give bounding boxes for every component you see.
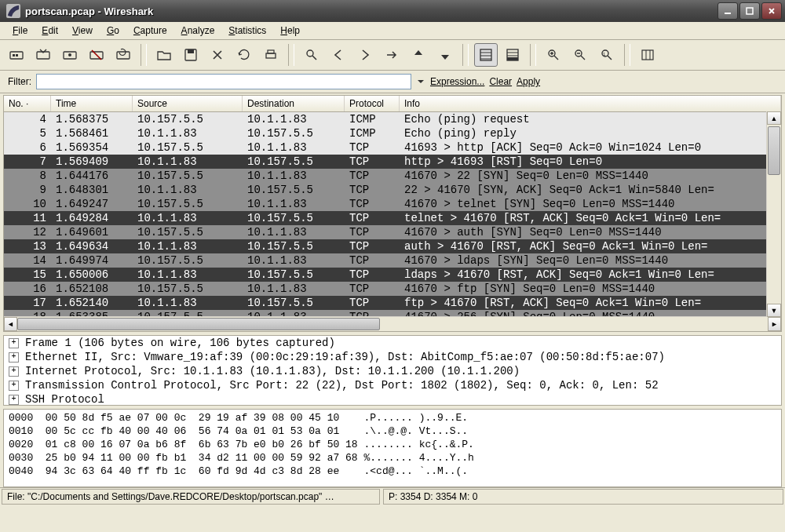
packet-row[interactable]: 71.56940910.1.1.8310.157.5.5TCPhttp > 41…	[4, 155, 781, 169]
packet-row[interactable]: 121.64960110.157.5.510.1.1.83TCP41670 > …	[4, 225, 781, 239]
statusbar: File: "C:/Documents and Settings/Dave.RE…	[0, 487, 785, 505]
detail-line[interactable]: +Ethernet II, Src: Vmware_19:af:39 (00:0…	[4, 350, 781, 364]
app-window: portscan.pcap - Wireshark File Edit View…	[0, 0, 785, 532]
packet-row[interactable]: 181.65338510.157.5.510.1.1.83TCP41670 > …	[4, 310, 781, 316]
detail-line[interactable]: +Frame 1 (106 bytes on wire, 106 bytes c…	[4, 336, 781, 350]
svg-point-14	[307, 50, 313, 56]
interfaces-button[interactable]	[5, 43, 28, 67]
packet-row[interactable]: 151.65000610.1.1.8310.157.5.5TCPldaps > …	[4, 268, 781, 282]
packet-bytes-pane[interactable]: 0000 00 50 8d f5 ae 07 00 0c 29 19 af 39…	[3, 409, 782, 487]
svg-rect-4	[16, 54, 18, 56]
expression-button[interactable]: Expression...	[430, 76, 484, 87]
apply-button[interactable]: Apply	[517, 76, 540, 87]
zoom-100-button[interactable]: 1	[595, 43, 619, 67]
capture-options-button[interactable]	[31, 43, 55, 67]
zoom-in-button[interactable]	[542, 43, 565, 67]
col-header-no[interactable]: No. ·	[4, 96, 51, 111]
menu-edit[interactable]: Edit	[35, 24, 64, 38]
close-button[interactable]	[761, 2, 782, 20]
vertical-scrollbar[interactable]: ▲ ▼	[766, 111, 781, 317]
expand-icon[interactable]: +	[9, 366, 19, 377]
menu-statistics[interactable]: Statistics	[222, 24, 272, 38]
scroll-thumb[interactable]	[768, 126, 780, 175]
go-first-button[interactable]	[407, 43, 430, 67]
reload-button[interactable]	[232, 43, 256, 67]
menu-file[interactable]: File	[6, 24, 34, 38]
filter-label: Filter:	[8, 76, 31, 87]
svg-rect-0	[725, 13, 731, 14]
print-button[interactable]	[259, 43, 283, 67]
clear-button[interactable]: Clear	[489, 76, 512, 87]
find-button[interactable]	[300, 43, 323, 67]
scroll-left-icon[interactable]: ◄	[4, 317, 17, 331]
go-forward-button[interactable]	[353, 43, 377, 67]
menu-analyze[interactable]: Analyze	[175, 24, 221, 38]
filter-input[interactable]	[36, 74, 411, 89]
save-button[interactable]	[179, 43, 203, 67]
expand-icon[interactable]: +	[9, 381, 19, 391]
resize-columns-button[interactable]	[636, 43, 659, 67]
packet-row[interactable]: 111.64928410.1.1.8310.157.5.5TCPtelnet >…	[4, 211, 781, 225]
packet-list-pane: No. · Time Source Destination Protocol I…	[3, 95, 782, 332]
col-header-time[interactable]: Time	[51, 96, 133, 111]
menu-view[interactable]: View	[66, 24, 99, 38]
packet-row[interactable]: 171.65214010.1.1.8310.157.5.5TCPftp > 41…	[4, 296, 781, 310]
packet-row[interactable]: 51.56846110.1.1.8310.157.5.5ICMPEcho (pi…	[4, 126, 781, 140]
col-header-info[interactable]: Info	[400, 96, 781, 111]
filter-bar: Filter: Expression... Clear Apply	[0, 71, 785, 93]
menu-capture[interactable]: Capture	[127, 24, 173, 38]
titlebar[interactable]: portscan.pcap - Wireshark	[0, 0, 785, 22]
open-button[interactable]	[152, 43, 176, 67]
col-header-dst[interactable]: Destination	[243, 96, 345, 111]
app-icon	[6, 4, 20, 18]
start-capture-button[interactable]	[58, 43, 82, 67]
close-file-button[interactable]	[206, 43, 229, 67]
packet-row[interactable]: 161.65210810.157.5.510.1.1.83TCP41670 > …	[4, 282, 781, 296]
col-header-proto[interactable]: Protocol	[345, 96, 400, 111]
detail-line[interactable]: +Internet Protocol, Src: 10.1.1.83 (10.1…	[4, 364, 781, 378]
expand-icon[interactable]: +	[9, 395, 19, 405]
packet-list-header: No. · Time Source Destination Protocol I…	[4, 96, 781, 112]
separator	[462, 44, 469, 66]
scroll-down-icon[interactable]: ▼	[767, 304, 781, 317]
packet-row[interactable]: 61.56935410.157.5.510.1.1.83TCP41693 > h…	[4, 140, 781, 155]
packet-row[interactable]: 141.64997410.157.5.510.1.1.83TCP41670 > …	[4, 253, 781, 268]
svg-rect-17	[507, 57, 518, 60]
go-last-button[interactable]	[433, 43, 457, 67]
detail-line[interactable]: +SSH Protocol	[4, 392, 781, 406]
toolbar: 1	[0, 40, 785, 71]
col-header-src[interactable]: Source	[133, 96, 243, 111]
scroll-up-icon[interactable]: ▲	[767, 111, 781, 125]
svg-rect-13	[268, 50, 274, 53]
scroll-right-icon[interactable]: ►	[768, 317, 781, 331]
svg-rect-12	[266, 53, 276, 58]
maximize-button[interactable]	[739, 2, 760, 20]
colorize-button[interactable]	[474, 43, 498, 67]
menu-go[interactable]: Go	[100, 24, 126, 38]
window-title: portscan.pcap - Wireshark	[25, 5, 717, 17]
packet-row[interactable]: 91.64830110.1.1.8310.157.5.5TCP22 > 4167…	[4, 183, 781, 197]
packet-list[interactable]: 41.56837510.157.5.510.1.1.83ICMPEcho (pi…	[4, 112, 781, 316]
packet-row[interactable]: 81.64417610.157.5.510.1.1.83TCP41670 > 2…	[4, 169, 781, 183]
restart-capture-button[interactable]	[111, 43, 135, 67]
horizontal-scrollbar[interactable]: ◄ ►	[4, 316, 781, 331]
packet-row[interactable]: 101.64924710.157.5.510.1.1.83TCP41670 > …	[4, 197, 781, 211]
expand-icon[interactable]: +	[9, 338, 19, 348]
packet-row[interactable]: 131.64963410.1.1.8310.157.5.5TCPauth > 4…	[4, 239, 781, 253]
separator	[141, 44, 147, 66]
go-to-button[interactable]	[380, 43, 403, 67]
go-back-button[interactable]	[327, 43, 350, 67]
zoom-out-button[interactable]	[568, 43, 592, 67]
expand-icon[interactable]: +	[9, 352, 19, 363]
packet-details-pane[interactable]: +Frame 1 (106 bytes on wire, 106 bytes c…	[3, 335, 782, 406]
stop-capture-button[interactable]	[85, 43, 108, 67]
hscroll-thumb[interactable]	[17, 318, 380, 330]
detail-line[interactable]: +Transmission Control Protocol, Src Port…	[4, 378, 781, 392]
filter-dropdown-icon[interactable]	[416, 77, 425, 86]
svg-rect-22	[642, 50, 653, 60]
menu-help[interactable]: Help	[274, 24, 306, 38]
packet-row[interactable]: 41.56837510.157.5.510.1.1.83ICMPEcho (pi…	[4, 112, 781, 126]
minimize-button[interactable]	[717, 2, 738, 20]
svg-text:1: 1	[603, 52, 606, 56]
auto-scroll-button[interactable]	[501, 43, 524, 67]
